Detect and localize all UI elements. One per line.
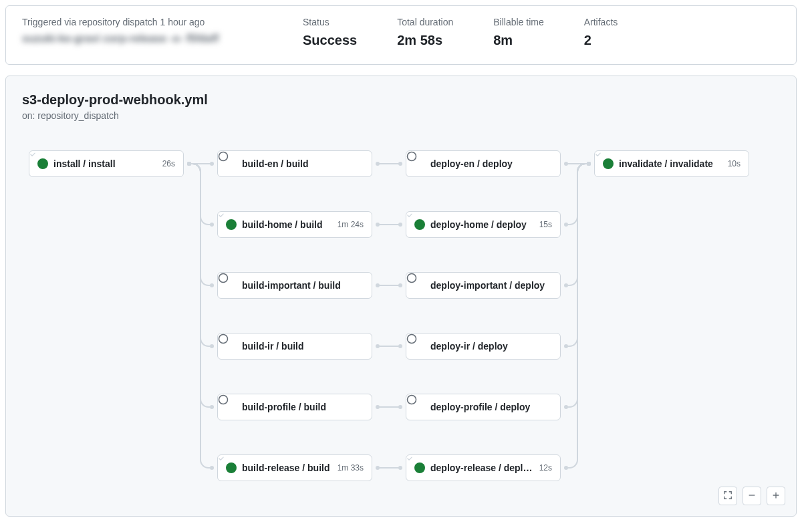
svg-point-3 [219,396,228,404]
duration-value[interactable]: 2m 58s [397,33,453,48]
connection-port-icon [376,162,380,166]
job-deploy-en[interactable]: deploy-en / deploy [406,150,561,177]
skip-circle-icon [414,280,425,291]
check-circle-icon [603,158,614,169]
skip-circle-icon [226,402,237,412]
zoom-out-button[interactable] [743,487,761,505]
job-duration: 1m 24s [338,220,364,229]
skip-circle-icon [226,341,237,352]
connection-port-icon [210,223,214,227]
skip-circle-icon [226,280,237,291]
job-deploy-ir[interactable]: deploy-ir / deploy [406,333,561,360]
workflow-trigger-on: on: repository_dispatch [22,110,780,121]
job-label: deploy-ir / deploy [430,341,552,352]
connection-port-icon [587,162,591,166]
svg-point-0 [219,152,228,161]
job-duration: 26s [162,159,175,168]
svg-point-1 [219,274,228,283]
svg-point-7 [408,396,416,404]
duration-label: Total duration [397,17,453,27]
minus-icon [747,491,757,502]
job-label: build-home / build [242,219,332,230]
job-label: install / install [53,158,157,169]
skip-circle-icon [414,402,425,412]
job-label: deploy-en / deploy [430,158,552,169]
artifacts-label: Artifacts [584,17,618,27]
job-deploy-release[interactable]: deploy-release / deploy12s [406,454,561,481]
check-circle-icon [414,462,425,473]
job-build-release[interactable]: build-release / build1m 33s [217,454,372,481]
trigger-commit-info: suzuki-ke-gravi corp-release -o- f5fdaff [22,33,263,45]
job-label: invalidate / invalidate [619,158,722,169]
job-install[interactable]: install / install26s [29,150,184,177]
job-label: build-en / build [242,158,364,169]
connection-port-icon [398,344,402,348]
job-build-home[interactable]: build-home / build1m 24s [217,211,372,238]
skip-circle-icon [226,158,237,169]
job-duration: 10s [728,159,741,168]
connection-port-icon [564,223,568,227]
job-label: deploy-important / deploy [430,280,552,291]
fullscreen-button[interactable] [718,487,737,505]
skip-circle-icon [414,158,425,169]
workflow-graph[interactable]: install / install26sbuild-en / buildbuil… [22,137,780,498]
connection-port-icon [376,283,380,287]
connection-port-icon [210,466,214,470]
status-label: Status [303,17,357,27]
connection-port-icon [210,405,214,409]
connection-port-icon [210,283,214,287]
job-label: deploy-release / deploy [430,462,534,473]
job-duration: 15s [539,220,552,229]
job-label: deploy-home / deploy [430,219,534,230]
connection-port-icon [376,344,380,348]
summary-card: Triggered via repository dispatch 1 hour… [5,5,797,65]
connection-port-icon [376,223,380,227]
job-build-en[interactable]: build-en / build [217,150,372,177]
zoom-in-button[interactable] [767,487,785,505]
svg-point-6 [408,335,416,344]
workflow-filename[interactable]: s3-deploy-prod-webhook.yml [22,92,780,108]
plus-icon [771,491,781,502]
connection-port-icon [210,344,214,348]
billable-label: Billable time [493,17,543,27]
svg-point-2 [219,335,228,344]
connection-port-icon [564,344,568,348]
connection-port-icon [564,162,568,166]
job-label: build-important / build [242,280,364,291]
check-circle-icon [37,158,48,169]
connection-port-icon [398,162,402,166]
workflow-graph-panel: s3-deploy-prod-webhook.yml on: repositor… [5,76,797,517]
graph-controls [718,487,785,505]
connection-port-icon [564,405,568,409]
connection-port-icon [376,405,380,409]
check-circle-icon [226,462,237,473]
trigger-label: Triggered via repository dispatch 1 hour… [22,17,263,27]
check-circle-icon [226,219,237,230]
connection-port-icon [398,223,402,227]
job-build-important[interactable]: build-important / build [217,272,372,299]
job-invalidate[interactable]: invalidate / invalidate10s [594,150,749,177]
job-build-profile[interactable]: build-profile / build [217,394,372,420]
svg-point-5 [408,274,416,283]
fullscreen-icon [723,491,732,502]
connection-port-icon [376,466,380,470]
status-value[interactable]: Success [303,33,357,48]
connection-port-icon [564,283,568,287]
skip-circle-icon [414,341,425,352]
job-deploy-important[interactable]: deploy-important / deploy [406,272,561,299]
artifacts-value[interactable]: 2 [584,33,618,48]
job-duration: 12s [539,463,552,473]
job-build-ir[interactable]: build-ir / build [217,333,372,360]
job-label: build-release / build [242,462,332,473]
connection-port-icon [187,162,191,166]
connection-port-icon [398,283,402,287]
connection-port-icon [564,466,568,470]
billable-value[interactable]: 8m [493,33,543,48]
job-label: build-profile / build [242,402,364,412]
job-deploy-profile[interactable]: deploy-profile / deploy [406,394,561,420]
job-deploy-home[interactable]: deploy-home / deploy15s [406,211,561,238]
connection-port-icon [398,405,402,409]
check-circle-icon [414,219,425,230]
job-label: build-ir / build [242,341,364,352]
job-label: deploy-profile / deploy [430,402,552,412]
